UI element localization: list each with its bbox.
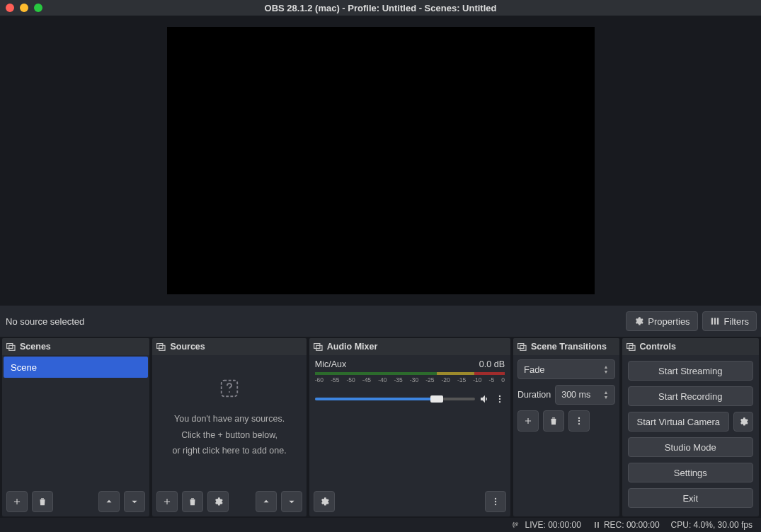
add-scene-button[interactable] [6,491,28,512]
svg-rect-6 [159,345,165,350]
svg-point-11 [499,395,500,397]
rec-status: REC: 00:00:00 [593,520,660,530]
gear-icon [213,497,223,507]
scene-item[interactable]: Scene [4,357,148,378]
gear-icon [319,497,329,507]
popout-icon [314,343,323,351]
audio-mixer-dock: Audio Mixer Mic/Aux 0.0 dB -60 -55 -50 -… [309,338,510,516]
sources-header: Sources [152,338,306,355]
spin-arrows-icon: ▲▼ [604,390,609,400]
trash-icon [549,416,559,426]
properties-label: Properties [648,316,690,327]
popout-icon [6,343,16,351]
exit-button[interactable]: Exit [628,488,753,508]
gear-icon [634,316,643,326]
transition-menu-button[interactable] [568,410,590,432]
chevron-up-icon [104,497,114,507]
studio-mode-button[interactable]: Studio Mode [628,437,753,457]
remove-scene-button[interactable] [32,491,53,512]
duration-value: 300 ms [561,390,590,400]
filters-label: Filters [724,316,749,327]
chevron-up-icon [261,497,271,507]
svg-point-16 [495,504,496,505]
chevron-down-icon [287,497,297,507]
sources-body[interactable]: You don't have any sources. Click the + … [152,355,306,487]
add-transition-button[interactable] [517,410,539,432]
statusbar: LIVE: 00:00:00 REC: 00:00:00 CPU: 4.0%, … [0,518,761,532]
transition-select[interactable]: Fade ▲▼ [517,359,615,379]
cpu-status: CPU: 4.0%, 30.00 fps [671,520,753,530]
svg-point-8 [229,391,230,393]
close-window-icon[interactable] [6,4,14,12]
scenes-dock: Scenes Scene [2,338,149,516]
live-status: LIVE: 00:00:00 [512,520,580,530]
start-streaming-button[interactable]: Start Streaming [628,361,753,381]
pause-icon [593,521,601,529]
mixer-menu-button[interactable] [485,491,506,512]
chevron-down-icon [130,497,139,507]
mixer-body: Mic/Aux 0.0 dB -60 -55 -50 -45 -40 -35 -… [309,355,510,487]
start-recording-button[interactable]: Start Recording [628,386,753,406]
trash-icon [38,497,47,507]
scenes-list[interactable]: Scene [2,355,149,487]
duration-input[interactable]: 300 ms ▲▼ [555,385,614,405]
start-virtual-camera-button[interactable]: Start Virtual Camera [628,412,729,432]
scenes-title: Scenes [20,342,51,352]
transitions-body: Fade ▲▼ Duration 300 ms ▲▼ [513,355,619,436]
controls-dock: Controls Start Streaming Start Recording… [622,338,759,516]
sources-dock: Sources You don't have any sources. Clic… [152,338,306,516]
add-source-button[interactable] [156,491,178,512]
move-scene-up-button[interactable] [98,491,120,512]
svg-point-20 [578,420,580,422]
svg-point-21 [578,423,580,424]
properties-button[interactable]: Properties [626,311,697,331]
more-vert-icon[interactable] [495,394,505,404]
move-source-up-button[interactable] [256,491,277,512]
slider-thumb[interactable] [430,395,443,403]
remove-transition-button[interactable] [543,410,564,432]
settings-button[interactable]: Settings [628,463,753,482]
source-properties-button[interactable] [207,491,229,512]
trash-icon [188,497,198,507]
svg-point-12 [499,398,500,400]
svg-rect-25 [597,522,599,528]
svg-rect-10 [316,345,322,350]
volume-icon[interactable] [479,393,491,405]
dock-row: Scenes Scene Sources You don't have any … [0,337,761,518]
remove-source-button[interactable] [182,491,203,512]
vu-meter [315,372,505,375]
advanced-audio-button[interactable] [314,491,335,512]
sources-title: Sources [170,342,205,352]
source-selected-label: No source selected [4,316,84,327]
maximize-window-icon[interactable] [34,4,42,12]
traffic-lights [6,4,42,12]
controls-title: Controls [640,342,676,352]
filters-icon [710,316,720,326]
spin-arrows-icon: ▲▼ [604,364,609,374]
minimize-window-icon[interactable] [20,4,28,12]
controls-header: Controls [622,338,759,355]
popout-icon [156,343,166,351]
move-source-down-button[interactable] [281,491,302,512]
sources-empty: You don't have any sources. Click the + … [152,355,306,487]
mixer-channel: Mic/Aux 0.0 dB -60 -55 -50 -45 -40 -35 -… [309,355,510,405]
broadcast-icon [512,520,522,530]
transitions-header: Scene Transitions [513,338,619,355]
titlebar: OBS 28.1.2 (mac) - Profile: Untitled - S… [0,0,761,16]
transitions-title: Scene Transitions [531,342,607,352]
question-mark-icon [219,378,240,399]
preview-canvas[interactable] [167,27,595,294]
source-toolbar: No source selected Properties Filters [0,306,761,337]
virtual-camera-settings-button[interactable] [733,412,753,432]
sources-empty-line2: Click the + button below, [181,429,277,441]
move-scene-down-button[interactable] [124,491,145,512]
window-title: OBS 28.1.2 (mac) - Profile: Untitled - S… [265,3,497,13]
mixer-title: Audio Mixer [327,342,378,352]
svg-rect-1 [714,318,715,324]
filters-button[interactable]: Filters [702,311,757,331]
popout-icon [517,343,527,351]
svg-rect-0 [711,318,712,324]
transitions-dock: Scene Transitions Fade ▲▼ Duration 300 m… [513,338,619,516]
volume-slider[interactable] [315,398,475,400]
vu-scale: -60 -55 -50 -45 -40 -35 -30 -25 -20 -15 … [315,376,505,383]
